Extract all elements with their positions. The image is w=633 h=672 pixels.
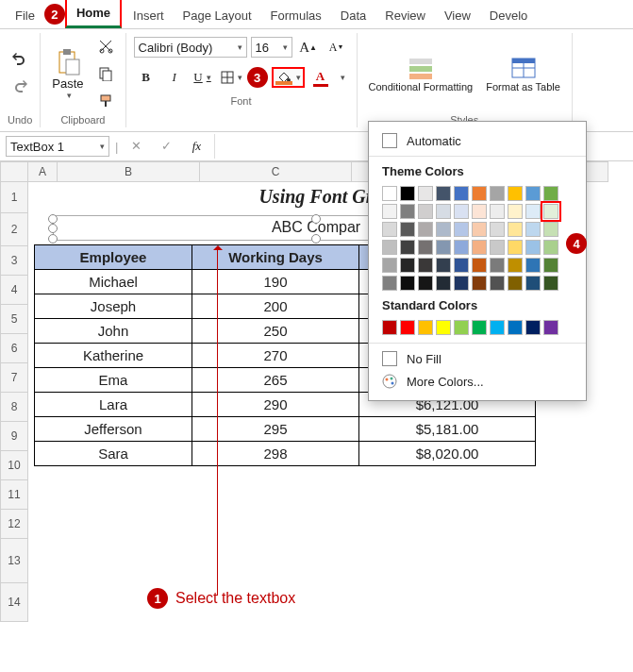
resize-handle[interactable] [48, 214, 58, 224]
row-14[interactable]: 14 [0, 583, 28, 622]
color-swatch[interactable] [472, 186, 487, 201]
color-swatch[interactable] [436, 258, 451, 273]
row-13[interactable]: 13 [0, 539, 28, 583]
color-swatch[interactable] [454, 186, 469, 201]
row-11[interactable]: 11 [0, 480, 28, 510]
cell[interactable]: Joseph [35, 294, 192, 319]
color-swatch[interactable] [382, 276, 397, 291]
color-swatch[interactable] [454, 240, 469, 255]
color-swatch[interactable] [418, 276, 433, 291]
color-swatch[interactable] [382, 222, 397, 237]
color-swatch[interactable] [436, 204, 451, 219]
tab-formulas[interactable]: Formulas [261, 3, 331, 28]
resize-handle[interactable] [48, 224, 58, 233]
color-swatch[interactable] [454, 222, 469, 237]
no-fill-option[interactable]: No Fill [369, 347, 586, 370]
tab-page-layout[interactable]: Page Layout [174, 3, 261, 28]
font-color-button[interactable]: A [308, 65, 333, 90]
color-swatch[interactable] [508, 240, 523, 255]
color-swatch[interactable] [508, 258, 523, 273]
row-3[interactable]: 3 [0, 246, 28, 276]
color-swatch[interactable] [400, 276, 415, 291]
color-swatch[interactable] [436, 320, 451, 335]
color-swatch[interactable] [436, 222, 451, 237]
color-swatch[interactable] [525, 276, 541, 291]
cell[interactable]: Jefferson [35, 417, 192, 442]
cell[interactable]: $8,020.00 [359, 442, 536, 466]
tab-view[interactable]: View [435, 3, 480, 28]
italic-button[interactable]: I [162, 65, 187, 90]
row-10[interactable]: 10 [0, 451, 28, 480]
increase-font-button[interactable]: A▲ [296, 35, 321, 59]
color-swatch[interactable] [436, 240, 451, 255]
color-swatch[interactable] [418, 204, 433, 219]
color-swatch[interactable] [490, 240, 505, 255]
cell[interactable]: Ema [35, 368, 192, 393]
color-swatch[interactable] [418, 258, 433, 273]
color-swatch[interactable] [525, 240, 541, 255]
color-swatch[interactable] [418, 222, 433, 237]
underline-button[interactable]: U▾ [191, 65, 215, 90]
color-swatch[interactable] [436, 276, 451, 291]
row-5[interactable]: 5 [0, 305, 28, 334]
color-swatch[interactable] [508, 186, 523, 201]
color-swatch[interactable] [418, 320, 433, 335]
more-colors-option[interactable]: More Colors... [369, 370, 586, 393]
color-swatch[interactable] [525, 222, 541, 237]
tab-file[interactable]: File [6, 3, 44, 28]
color-swatch[interactable] [525, 320, 541, 335]
color-swatch[interactable] [490, 222, 505, 237]
color-swatch[interactable] [382, 240, 397, 255]
select-all-corner[interactable] [0, 161, 28, 182]
row-6[interactable]: 6 [0, 334, 28, 363]
cell[interactable]: Sara [35, 442, 192, 466]
color-swatch[interactable] [490, 276, 505, 291]
cancel-button[interactable]: ✕ [124, 134, 148, 159]
color-swatch[interactable] [454, 320, 469, 335]
row-9[interactable]: 9 [0, 422, 28, 451]
resize-handle[interactable] [311, 234, 321, 244]
color-swatch[interactable] [543, 240, 558, 255]
color-swatch[interactable] [543, 258, 558, 273]
color-swatch[interactable] [525, 258, 541, 273]
row-1[interactable]: 1 [0, 182, 28, 213]
color-swatch[interactable] [400, 320, 415, 335]
enter-button[interactable]: ✓ [154, 134, 178, 159]
borders-button[interactable]: ▾ [219, 65, 243, 90]
fill-color-button[interactable]: ▾ [272, 67, 305, 88]
cell[interactable]: Katherine [35, 344, 192, 368]
color-swatch[interactable] [382, 258, 397, 273]
color-swatch[interactable] [418, 186, 433, 201]
cell[interactable]: Michael [35, 270, 192, 294]
row-7[interactable]: 7 [0, 363, 28, 393]
tab-home[interactable]: Home [65, 0, 122, 28]
name-box[interactable]: TextBox 1▾ [6, 136, 109, 157]
color-swatch[interactable] [454, 276, 469, 291]
color-swatch[interactable] [400, 240, 415, 255]
row-8[interactable]: 8 [0, 393, 28, 422]
color-swatch[interactable] [508, 320, 523, 335]
color-swatch[interactable] [382, 186, 397, 201]
th-employee[interactable]: Employee [35, 245, 192, 270]
color-swatch[interactable] [382, 204, 397, 219]
cell[interactable]: $5,181.00 [359, 417, 536, 442]
color-swatch[interactable] [472, 204, 487, 219]
format-painter-button[interactable] [93, 89, 118, 113]
color-swatch[interactable] [543, 186, 558, 201]
undo-button[interactable] [8, 48, 32, 73]
color-swatch[interactable] [490, 320, 505, 335]
row-4[interactable]: 4 [0, 276, 28, 305]
color-swatch[interactable] [543, 320, 558, 335]
resize-handle[interactable] [48, 234, 58, 244]
color-swatch[interactable] [400, 204, 415, 219]
color-swatch[interactable] [490, 258, 505, 273]
tab-data[interactable]: Data [331, 3, 375, 28]
color-swatch[interactable] [508, 276, 523, 291]
color-swatch[interactable] [472, 258, 487, 273]
color-swatch[interactable] [472, 240, 487, 255]
color-swatch[interactable] [454, 258, 469, 273]
fx-button[interactable]: fx [184, 134, 208, 159]
cell[interactable]: Lara [35, 393, 192, 417]
color-swatch[interactable] [508, 222, 523, 237]
color-swatch[interactable] [400, 186, 415, 201]
